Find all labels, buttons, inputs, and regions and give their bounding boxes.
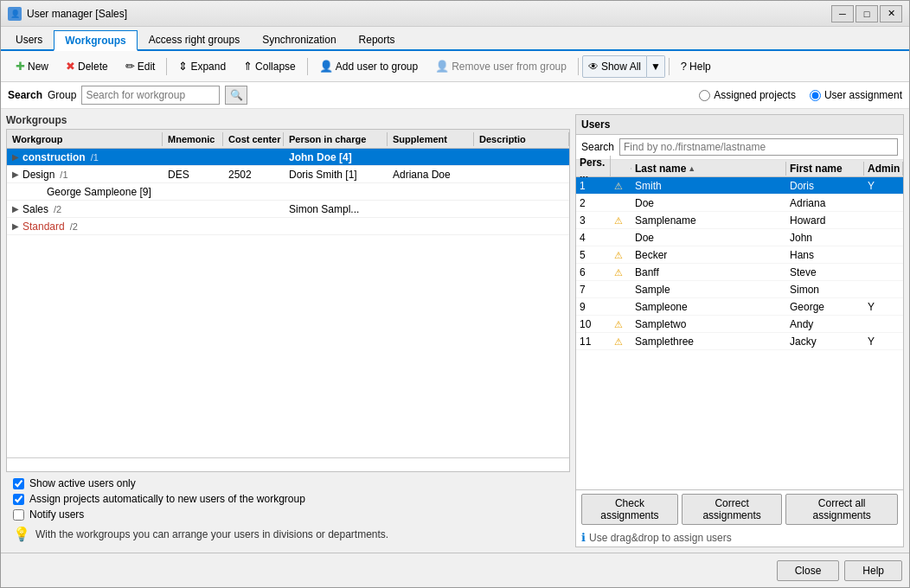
- user-no-4: 4: [576, 231, 611, 245]
- user-firstname-9: George: [786, 300, 864, 314]
- user-no-10: 10: [576, 317, 611, 331]
- drag-hint-text: Use drag&drop to assign users: [589, 532, 732, 544]
- user-assignment-label: User assignment: [824, 89, 902, 101]
- col-header-description: Descriptio: [474, 132, 569, 146]
- workgroup-count-construction: /1: [91, 152, 99, 163]
- close-button[interactable]: Close: [777, 560, 840, 581]
- show-all-button[interactable]: 👁 Show All: [582, 55, 647, 78]
- notify-users-input[interactable]: [13, 509, 24, 521]
- warning-icon: ⚠: [614, 267, 623, 278]
- app-icon: 👤: [8, 7, 22, 21]
- list-item[interactable]: 7 Sample Simon: [576, 281, 903, 298]
- workgroup-person-construction: John Doe [4]: [284, 150, 388, 164]
- users-list-container: 1 ⚠ Smith Doris Y 2 Doe Adriana: [576, 177, 903, 489]
- window-title: User manager [Sales]: [27, 8, 127, 20]
- user-assignment-radio[interactable]: User assignment: [810, 89, 902, 101]
- collapse-button[interactable]: ⇑ Collapse: [235, 55, 304, 78]
- tab-workgroups[interactable]: Workgroups: [54, 30, 137, 51]
- assign-projects-input[interactable]: [13, 494, 24, 505]
- correct-assignments-button[interactable]: Correct assignments: [682, 494, 782, 525]
- separator-4: [669, 58, 670, 75]
- list-item[interactable]: 2 Doe Adriana: [576, 195, 903, 212]
- expand-icon-sales[interactable]: ▶: [12, 204, 19, 214]
- user-firstname-11: Jacky: [786, 335, 864, 348]
- footer-help-button[interactable]: Help: [844, 560, 902, 581]
- check-assignments-button[interactable]: Check assignments: [581, 494, 678, 525]
- show-active-input[interactable]: [13, 478, 24, 489]
- table-row[interactable]: George Sampleone [9]: [7, 183, 569, 201]
- table-row[interactable]: ▶ Sales /2 Simon Sampl...: [7, 201, 569, 218]
- workgroups-header: Workgroups: [6, 114, 570, 126]
- expand-icon-construction[interactable]: ▶: [12, 152, 19, 162]
- col-header-lastname[interactable]: Last name ▲: [631, 162, 786, 176]
- assign-projects-checkbox[interactable]: Assign projects automatically to new use…: [13, 493, 563, 505]
- toolbar: ✚ New ✖ Delete ✏ Edit ⇕ Expand ⇑ Collaps…: [1, 51, 909, 82]
- workgroup-person-sales: Simon Sampl...: [284, 202, 388, 216]
- tab-users[interactable]: Users: [4, 29, 54, 49]
- workgroup-mnemonic-george: [163, 191, 223, 193]
- list-item[interactable]: 3 ⚠ Samplename Howard: [576, 212, 903, 229]
- show-active-checkbox[interactable]: Show active users only: [13, 477, 563, 489]
- workgroup-mnemonic-standard: [163, 226, 223, 227]
- workgroup-desc-george: [474, 191, 569, 193]
- show-active-label: Show active users only: [29, 477, 136, 489]
- group-search-input[interactable]: [81, 86, 220, 105]
- list-item[interactable]: 6 ⚠ Banff Steve: [576, 264, 903, 281]
- tab-access-right-groups[interactable]: Access right groups: [138, 29, 251, 49]
- new-button[interactable]: ✚ New: [8, 55, 56, 78]
- remove-user-button[interactable]: 👤 Remove user from group: [427, 55, 574, 78]
- assigned-projects-radio[interactable]: Assigned projects: [699, 89, 796, 101]
- user-warn-6: ⚠: [611, 265, 631, 279]
- user-lastname-3: Samplename: [631, 214, 786, 227]
- workgroup-rows-container: ▶ construction /1 John Doe [4]: [7, 149, 569, 457]
- list-item[interactable]: 5 ⚠ Becker Hans: [576, 246, 903, 264]
- list-item[interactable]: 9 Sampleone George Y: [576, 298, 903, 316]
- info-circle-icon: ℹ: [581, 531, 586, 544]
- users-actions-bar: Check assignments Correct assignments Co…: [576, 489, 903, 528]
- admin-label: Admin: [868, 163, 900, 175]
- list-item[interactable]: 10 ⚠ Sampletwo Andy: [576, 316, 903, 333]
- title-bar-controls: ─ □ ✕: [831, 5, 902, 22]
- list-item[interactable]: 1 ⚠ Smith Doris Y: [576, 177, 903, 195]
- add-user-button[interactable]: 👤 Add user to group: [311, 55, 426, 78]
- workgroup-count-design: /1: [60, 169, 67, 180]
- close-button[interactable]: ✕: [880, 5, 902, 22]
- table-row[interactable]: ▶ construction /1 John Doe [4]: [7, 149, 569, 166]
- warning-icon: ⚠: [614, 336, 623, 347]
- notify-users-checkbox[interactable]: Notify users: [13, 508, 563, 521]
- table-row[interactable]: ▶ Standard /2: [7, 218, 569, 235]
- help-button[interactable]: ? Help: [673, 55, 719, 78]
- user-no-7: 7: [576, 283, 611, 297]
- tab-reports[interactable]: Reports: [348, 29, 407, 49]
- maximize-button[interactable]: □: [856, 5, 878, 22]
- show-all-dropdown-button[interactable]: ▼: [647, 55, 665, 78]
- user-no-3: 3: [576, 214, 611, 227]
- user-admin-7: [864, 289, 903, 291]
- edit-button[interactable]: ✏ Edit: [118, 55, 163, 78]
- user-firstname-10: Andy: [786, 317, 864, 331]
- user-warn-9: [611, 306, 631, 308]
- search-button[interactable]: 🔍: [225, 86, 247, 105]
- assigned-projects-radio-input[interactable]: [699, 90, 710, 101]
- list-item[interactable]: 4 Doe John: [576, 229, 903, 246]
- minimize-button[interactable]: ─: [831, 5, 854, 22]
- expand-icon-design[interactable]: ▶: [12, 169, 19, 179]
- user-lastname-11: Samplethree: [631, 335, 786, 348]
- user-lastname-10: Sampletwo: [631, 317, 786, 331]
- table-row[interactable]: ▶ Design /1 DES 2502 Doris Smith [1] Adr…: [7, 166, 569, 183]
- tab-synchronization[interactable]: Synchronization: [251, 29, 347, 49]
- workgroup-horizontal-scrollbar[interactable]: [7, 457, 569, 471]
- list-item[interactable]: 11 ⚠ Samplethree Jacky Y: [576, 333, 903, 350]
- expand-button[interactable]: ⇕ Expand: [170, 55, 234, 78]
- user-assignment-radio-input[interactable]: [810, 90, 821, 101]
- footer: Close Help: [1, 553, 909, 587]
- main-window: 👤 User manager [Sales] ─ □ ✕ Users Workg…: [0, 0, 910, 588]
- correct-all-assignments-button[interactable]: Correct all assignments: [785, 494, 898, 525]
- delete-button[interactable]: ✖ Delete: [58, 55, 116, 78]
- users-panel: Users Search Pers. ... Last name ▲: [575, 114, 904, 547]
- expand-icon-standard[interactable]: ▶: [12, 221, 19, 231]
- workgroup-count-standard: /2: [70, 221, 78, 232]
- col-header-supplement: Supplement: [388, 132, 474, 146]
- users-search-input[interactable]: [619, 138, 898, 156]
- user-admin-1: Y: [864, 179, 903, 193]
